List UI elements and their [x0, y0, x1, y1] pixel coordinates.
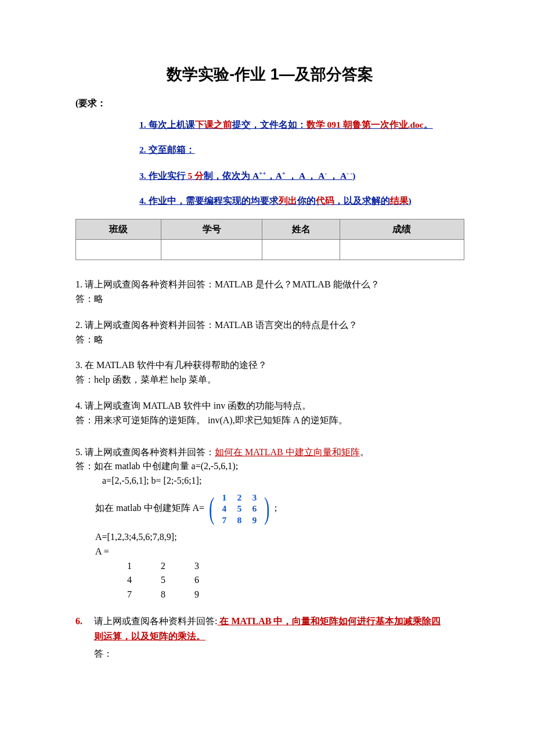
question-2: 2. 请上网或查阅各种资料并回答：MATLAB 语言突出的特点是什么？ 答：略	[75, 318, 464, 347]
table-header-row: 班级 学号 姓名 成绩	[76, 219, 464, 240]
requirements-label: (要求：	[75, 98, 464, 110]
q5-ans-l4: A=[1,2,3;4,5,6;7,8,9];	[75, 530, 464, 545]
td-id	[161, 240, 262, 260]
m33: 9	[247, 514, 262, 525]
requirement-2: 2. 交至邮箱：	[139, 143, 464, 156]
matrix-body: 123 456 789	[217, 492, 262, 525]
td-name	[262, 240, 340, 260]
matrix-right-paren: )	[264, 495, 270, 523]
req1-part-e: 。	[424, 120, 433, 129]
m11: 1	[217, 492, 232, 503]
matrix-left-paren: (	[209, 495, 215, 523]
pm31: 7	[113, 588, 146, 602]
m12: 2	[232, 492, 247, 503]
requirement-4: 4. 作业中，需要编程实现的均要求列出你的代码，以及求解的结果)	[139, 194, 464, 207]
pm21: 4	[113, 573, 146, 588]
pm-row2: 456	[113, 573, 464, 588]
req3-c: 制，依次为 A	[204, 171, 259, 181]
m13: 3	[247, 492, 262, 503]
req1-part-c: 提交，文件名如：	[232, 120, 306, 129]
q4-text: 4. 请上网或查询 MATLAB 软件中 inv 函数的功能与特点。	[75, 399, 464, 413]
req3-g: )	[352, 171, 355, 181]
q5-a: 5. 请上网或查阅各种资料并回答：	[75, 447, 215, 457]
question-3: 3. 在 MATLAB 软件中有几种获得帮助的途径？ 答：help 函数，菜单栏…	[75, 358, 464, 387]
req1-part-a: 1. 每次上机课	[139, 120, 195, 129]
requirement-3: 3. 作业实行 5 分制，依次为 A++，A+ ， A ， A- ， A- -)	[139, 168, 464, 182]
req4-c: 你的	[297, 196, 316, 206]
req3-b: 5 分	[186, 171, 204, 181]
q1-text: 1. 请上网或查阅各种资料并回答：MATLAB 是什么？MATLAB 能做什么？	[75, 278, 464, 292]
pm33: 9	[180, 588, 214, 602]
pm-row3: 789	[113, 588, 464, 602]
req1-part-b: 下课之前	[195, 120, 232, 129]
pm22: 5	[146, 573, 180, 588]
m32: 8	[232, 514, 247, 525]
req1-part-d: 数学 091 朝鲁第一次作业.doc	[306, 120, 424, 129]
req3-a: 3. 作业实行	[139, 171, 186, 181]
q6-red-2: 则运算，以及矩阵的乘法。	[94, 631, 205, 641]
td-class	[76, 240, 161, 260]
q1-answer: 答：略	[75, 292, 464, 307]
q5-ans-l2: a=[2,-5,6,1]; b= [2;-5;6;1];	[75, 474, 464, 488]
req4-d: 代码	[316, 196, 334, 206]
q6-red-1: 在 MATLAB 中，向量和矩阵如何进行基本加减乘除四	[217, 616, 441, 626]
q5-b: 如何在 MATLAB 中建立向量和矩阵	[215, 447, 360, 457]
req3-d: ，A	[266, 171, 282, 181]
th-grade: 成绩	[340, 219, 464, 240]
q4-answer: 答：用来求可逆矩阵的逆矩阵。 inv(A),即求已知矩阵 A 的逆矩阵。	[75, 413, 464, 428]
requirement-1: 1. 每次上机课下课之前提交，文件名如：数学 091 朝鲁第一次作业.doc。	[139, 118, 464, 131]
q2-text: 2. 请上网或查阅各种资料并回答：MATLAB 语言突出的特点是什么？	[75, 318, 464, 333]
question-5: 5. 请上网或查阅各种资料并回答：如何在 MATLAB 中建立向量和矩阵。 答：…	[75, 445, 464, 603]
req3-f: ， A	[327, 171, 347, 181]
table-row	[76, 240, 464, 260]
q5-ans-l1: 答：如在 matlab 中创建向量 a=(2,-5,6,1);	[75, 459, 464, 474]
q5-text: 5. 请上网或查阅各种资料并回答：如何在 MATLAB 中建立向量和矩阵。	[75, 445, 464, 460]
q5-l3-post: ;	[275, 503, 277, 513]
sup-pp: ++	[259, 170, 266, 177]
th-name: 姓名	[262, 219, 340, 240]
document-page: 数学实验-作业 1—及部分答案 (要求： 1. 每次上机课下课之前提交，文件名如…	[0, 0, 534, 695]
req4-a: 4. 作业中，需要编程实现的均要求	[139, 196, 279, 206]
sup-mm: - -	[347, 170, 352, 177]
pm32: 8	[146, 588, 180, 602]
req4-e: ，以及求解的	[334, 196, 390, 206]
pm13: 3	[180, 559, 214, 574]
page-title: 数学实验-作业 1—及部分答案	[75, 64, 464, 85]
req4-b: 列出	[279, 196, 297, 206]
q6-number: 6.	[75, 614, 94, 643]
q3-answer: 答：help 函数，菜单栏 help 菜单。	[75, 373, 464, 387]
req4-f: 结果	[390, 196, 409, 206]
m23: 6	[247, 503, 262, 514]
question-4: 4. 请上网或查询 MATLAB 软件中 inv 函数的功能与特点。 答：用来求…	[75, 399, 464, 428]
q6-lead: 请上网或查阅各种资料并回答:	[94, 616, 217, 626]
pm11: 1	[113, 559, 146, 574]
m31: 7	[217, 514, 232, 525]
req3-e: ， A ， A	[286, 171, 324, 181]
q5-c: 。	[360, 447, 369, 457]
requirements-list: 1. 每次上机课下课之前提交，文件名如：数学 091 朝鲁第一次作业.doc。 …	[139, 118, 464, 207]
question-1: 1. 请上网或查阅各种资料并回答：MATLAB 是什么？MATLAB 能做什么？…	[75, 278, 464, 307]
matrix-display: ( 123 456 789 )	[207, 492, 272, 525]
q6-answer: 答：	[94, 648, 464, 660]
info-table: 班级 学号 姓名 成绩	[75, 219, 464, 260]
pm23: 6	[180, 573, 214, 588]
q3-text: 3. 在 MATLAB 软件中有几种获得帮助的途径？	[75, 358, 464, 373]
pm12: 2	[146, 559, 180, 574]
pm-row1: 123	[113, 559, 464, 574]
q5-l3-pre: 如在 matlab 中创建矩阵 A=	[95, 503, 204, 513]
q5-ans-l5: A =	[75, 545, 464, 559]
th-class: 班级	[76, 219, 161, 240]
question-6: 6. 请上网或查阅各种资料并回答: 在 MATLAB 中，向量和矩阵如何进行基本…	[75, 614, 464, 643]
q5-ans-matrix-line: 如在 matlab 中创建矩阵 A= ( 123 456 789 ) ;	[75, 492, 464, 525]
m22: 5	[232, 503, 247, 514]
m21: 4	[217, 503, 232, 514]
td-grade	[340, 240, 464, 260]
th-id: 学号	[161, 219, 262, 240]
q6-body: 请上网或查阅各种资料并回答: 在 MATLAB 中，向量和矩阵如何进行基本加减乘…	[94, 614, 441, 643]
req4-g: )	[409, 196, 412, 206]
q2-answer: 答：略	[75, 333, 464, 347]
